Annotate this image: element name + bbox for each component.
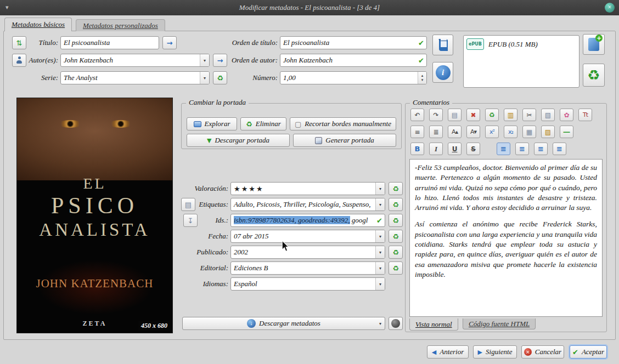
authors-combo[interactable]: John Katzenbach ▾ — [60, 54, 210, 67]
book-folder-button[interactable] — [432, 35, 453, 55]
chevron-down-icon[interactable]: ▾ — [375, 278, 385, 290]
clear-comments-button[interactable]: ♻ — [485, 109, 499, 121]
remove-format-button[interactable]: ♻ — [583, 64, 605, 87]
increase-font-button[interactable]: A▴ — [448, 126, 462, 138]
add-format-button[interactable] — [583, 34, 605, 55]
insert-image-button[interactable]: ✿ — [560, 109, 573, 121]
tags-combo[interactable]: Adulto, Psicosis, Thriller, Psicología, … — [230, 198, 385, 211]
rating-label: Valoración: — [165, 182, 228, 195]
superscript-button[interactable]: x² — [485, 126, 499, 138]
ids-input[interactable]: isbn:9789877802634, goodreads:49392, goo… — [230, 214, 385, 227]
background-color-button[interactable]: ▨ — [541, 126, 555, 138]
download-metadata-button[interactable]: ↓ Descargar metadatos ▾ — [182, 317, 385, 330]
tags-label: Etiquetas: — [181, 198, 228, 211]
paste-button[interactable]: ▥ — [504, 109, 517, 121]
spin-up-icon[interactable]: ▴ — [421, 74, 424, 78]
download-cover-button[interactable]: ▼Descargar portada — [187, 134, 290, 147]
format-item-epub[interactable]: ePUB EPUB (0.51 MB) — [466, 38, 538, 50]
browse-icon — [194, 121, 201, 127]
subscript-button[interactable]: x₂ — [504, 126, 517, 138]
publisher-combo[interactable]: Ediciones B ▾ — [230, 261, 385, 275]
author-sort-input[interactable]: John Katzenbach ✔ — [280, 54, 427, 67]
italic-button[interactable]: I — [429, 143, 443, 155]
chevron-down-icon[interactable]: ▾ — [200, 54, 209, 66]
copy-button[interactable]: ▧ — [541, 109, 555, 121]
check-icon: ✔ — [572, 348, 578, 356]
publisher-value: Ediciones B — [231, 264, 375, 272]
chevron-down-icon[interactable]: ▾ — [375, 183, 385, 195]
comments-editor[interactable]: -Feliz 53 cumpleaños, doctor. Bienvenido… — [409, 159, 603, 317]
download-settings-button[interactable] — [389, 317, 403, 330]
spinner-arrows[interactable]: ▴▾ — [418, 72, 426, 84]
horizontal-rule-button[interactable]: ― — [560, 126, 573, 138]
rating-stars: ★★★★ — [231, 185, 375, 193]
languages-combo[interactable]: Español ▾ — [230, 277, 385, 291]
cover-title-line2: PSICO — [17, 192, 172, 219]
trim-cover-label: Recortar bordes manualmente — [305, 120, 391, 128]
align-right-button[interactable]: ≡ — [534, 143, 548, 155]
tab-custom-metadata[interactable]: Metadatos personalizados — [76, 19, 165, 31]
chevron-down-icon[interactable]: ▾ — [200, 72, 209, 84]
book-info-button[interactable]: i — [432, 62, 453, 83]
tab-html-source[interactable]: Código fuente HTML — [463, 318, 536, 329]
strikethrough-button[interactable]: S — [466, 143, 480, 155]
clear-date-button[interactable]: ♻ — [389, 230, 403, 243]
book-cover[interactable]: EL PSICO ANALISTA JOHN KATZENBACH ZETA 4… — [16, 98, 173, 333]
rating-combo[interactable]: ★★★★ ▾ — [230, 182, 385, 195]
chevron-down-icon[interactable]: ▾ — [375, 198, 385, 211]
series-number-spinner[interactable]: 1,00 ▴▾ — [280, 71, 427, 84]
languages-label: Idiomas: — [165, 277, 228, 291]
series-combo[interactable]: The Analyst ▾ — [60, 71, 210, 84]
previous-button[interactable]: ◀ Anterior — [427, 345, 469, 359]
accept-button[interactable]: ✔ Aceptar — [570, 345, 607, 359]
title-sort-ok-icon: ✔ — [416, 39, 426, 47]
numbered-list-button[interactable]: ≣ — [429, 126, 443, 138]
chevron-down-icon[interactable]: ▾ — [375, 246, 385, 258]
clear-rating-button[interactable]: ♻ — [389, 182, 403, 195]
bullet-list-button[interactable]: ≡ — [410, 126, 424, 138]
font-color-button[interactable]: Tt — [578, 109, 592, 121]
publisher-label: Editorial: — [165, 261, 228, 275]
spin-down-icon[interactable]: ▾ — [421, 78, 424, 82]
decrease-font-button[interactable]: A▾ — [466, 126, 480, 138]
tab-basic-metadata[interactable]: Metadatos básicos — [4, 18, 72, 31]
clear-ids-button[interactable]: ♻ — [389, 214, 403, 227]
clear-tags-button[interactable]: ♻ — [389, 198, 403, 211]
series-label: Serie: — [22, 71, 58, 84]
chevron-down-icon[interactable]: ▾ — [375, 230, 385, 242]
published-combo[interactable]: 2002 ▾ — [230, 246, 385, 259]
browse-cover-button[interactable]: Explorar — [187, 117, 237, 130]
auto-title-sort-button[interactable]: → — [162, 36, 177, 49]
undo-button[interactable]: ↶ — [410, 109, 424, 121]
clear-publisher-button[interactable]: ♻ — [389, 261, 403, 275]
arrow-left-icon: ◀ — [432, 349, 436, 356]
redo-button[interactable]: ↷ — [429, 109, 443, 121]
close-icon[interactable]: × — [605, 3, 615, 13]
generate-cover-button[interactable]: Generar portada — [293, 134, 396, 147]
window-title: Modificar metadatos - El psicoanalista -… — [0, 0, 619, 15]
series-number-value: 1,00 — [280, 73, 418, 82]
remove-format-button[interactable]: ✖ — [466, 109, 480, 121]
align-justify-button[interactable]: ≡ — [553, 143, 566, 155]
copy-text-button[interactable]: ▤ — [448, 109, 462, 121]
next-button[interactable]: ▶ Siguiente — [473, 345, 517, 359]
cut-button[interactable]: ✂ — [522, 109, 536, 121]
insert-table-button[interactable]: ▦ — [522, 126, 536, 138]
epub-format-label: EPUB (0.51 MB) — [488, 40, 538, 49]
clear-published-button[interactable]: ♻ — [389, 246, 403, 259]
title-input[interactable]: El psicoanalista — [60, 36, 159, 49]
titlebar: ▾ Modificar metadatos - El psicoanalista… — [0, 0, 619, 15]
trim-cover-button[interactable]: ▢Recortar bordes manualmente — [290, 117, 396, 130]
bold-button[interactable]: B — [410, 143, 424, 155]
cancel-button[interactable]: × Cancelar — [521, 345, 564, 359]
date-combo[interactable]: 07 abr 2015 ▾ — [230, 230, 385, 243]
remove-cover-button[interactable]: ♻Eliminar — [240, 117, 286, 130]
underline-button[interactable]: U — [448, 143, 462, 155]
tab-normal-view[interactable]: Vista normal — [409, 318, 458, 331]
align-center-button[interactable]: ≡ — [515, 143, 529, 155]
title-sort-input[interactable]: El psicoanalista ✔ — [280, 36, 427, 49]
chevron-down-icon[interactable]: ▾ — [375, 262, 385, 274]
align-left-button[interactable]: ≡ — [497, 143, 510, 155]
author-sort-value: John Katzenbach — [280, 56, 416, 65]
formats-list[interactable]: ePUB EPUB (0.51 MB) — [463, 35, 579, 88]
